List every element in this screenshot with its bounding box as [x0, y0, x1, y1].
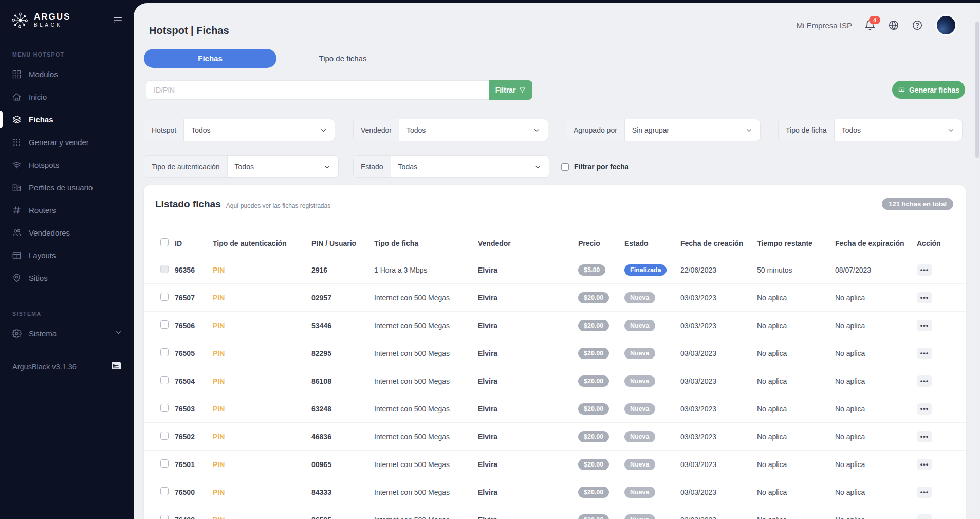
sidebar-item-label: Perfiles de usuario: [29, 183, 93, 192]
auth-type: PIN: [213, 349, 311, 357]
row-actions-button[interactable]: •••: [917, 459, 932, 470]
sidebar-item-routers[interactable]: Routers: [0, 199, 134, 221]
status-badge: Nueva: [624, 514, 655, 519]
row-checkbox[interactable]: [160, 348, 169, 356]
fecha-expiracion: 08/07/2023: [835, 266, 917, 274]
tab-fichas[interactable]: Fichas: [144, 49, 276, 68]
auth-type: PIN: [213, 266, 311, 274]
price-badge: $20.00: [578, 320, 609, 331]
main-panel: Hotspot | Fichas Mi Empresa ISP 4 Fichas…: [134, 3, 980, 519]
row-checkbox[interactable]: [160, 432, 169, 440]
filter-tipo-de-ficha[interactable]: Tipo de fichaTodos: [778, 119, 963, 141]
grid-dots-icon: [11, 137, 22, 147]
row-actions-button[interactable]: •••: [917, 487, 932, 498]
filter-hotspot[interactable]: HotspotTodos: [144, 119, 335, 141]
column-header-tiempo-restante: Tiempo restante: [757, 239, 835, 247]
vendedor: Elvira: [478, 516, 578, 519]
tiempo-restante: No aplica: [757, 516, 835, 519]
row-checkbox[interactable]: [160, 487, 169, 495]
header-right: Mi Empresa ISP 4: [797, 14, 957, 36]
row-actions-button[interactable]: •••: [917, 348, 932, 359]
filter-label: Agrupado por: [566, 119, 625, 141]
scrollbar-thumb[interactable]: [975, 22, 979, 158]
filter-button[interactable]: Filtrar: [489, 80, 532, 100]
argusblack-logo[interactable]: ARGUS BLACK: [10, 10, 70, 30]
date-filter-checkbox[interactable]: [561, 163, 569, 171]
map-pin-icon: [11, 273, 22, 283]
price-badge: $20.00: [578, 403, 609, 415]
row-checkbox[interactable]: [160, 459, 169, 468]
modules-icon: [11, 69, 22, 79]
sidebar-item-vendedores[interactable]: Vendedores: [0, 221, 134, 244]
auth-type: PIN: [213, 516, 311, 519]
sidebar-item-label: Routers: [29, 206, 56, 214]
row-actions-button[interactable]: •••: [917, 264, 932, 276]
pin-usuario: 26525: [311, 516, 374, 519]
list-subtitle: Aquí puedes ver las fichas registradas: [226, 202, 330, 209]
filter-selected-value: Todos: [835, 119, 947, 141]
row-actions-button[interactable]: •••: [917, 320, 932, 331]
tipo-de-ficha: Internet con 500 Megas: [374, 433, 478, 441]
vendedor: Elvira: [478, 321, 578, 330]
notifications-bell-icon[interactable]: 4: [864, 20, 876, 31]
generate-fichas-button[interactable]: Generar fichas: [892, 81, 965, 99]
filter-label: Vendedor: [354, 119, 399, 141]
menu-toggle-icon[interactable]: [112, 13, 123, 27]
row-actions-button[interactable]: •••: [917, 431, 932, 442]
search-input[interactable]: [146, 80, 489, 100]
sidebar-item-fichas[interactable]: Fichas: [0, 108, 134, 131]
tiempo-restante: No aplica: [757, 377, 835, 385]
pin-usuario: 86108: [311, 377, 374, 385]
chevron-down-icon: [745, 119, 753, 141]
card-header: Listado fichas Aquí puedes ver las ficha…: [144, 185, 966, 223]
sidebar-item-perfiles-de-usuario[interactable]: Perfiles de usuario: [0, 176, 134, 199]
fecha-expiracion: No aplica: [835, 488, 917, 496]
filter-vendedor[interactable]: VendedorTodos: [353, 119, 548, 141]
help-icon[interactable]: [912, 20, 923, 31]
filter-estado[interactable]: EstadoTodas: [353, 155, 549, 178]
auth-type: PIN: [213, 488, 311, 496]
sidebar-item-label: Layouts: [29, 251, 56, 260]
select-all-checkbox[interactable]: [160, 238, 169, 246]
row-checkbox[interactable]: [160, 515, 169, 519]
column-header-estado: Estado: [624, 239, 680, 247]
language-keyboard-icon[interactable]: [111, 362, 121, 371]
row-actions-button[interactable]: •••: [917, 514, 932, 519]
vendedor: Elvira: [478, 266, 578, 274]
pin-usuario: 46836: [311, 433, 374, 441]
user-avatar[interactable]: [935, 14, 957, 36]
globe-icon[interactable]: [888, 20, 899, 31]
row-checkbox[interactable]: [160, 404, 169, 412]
price-badge: $20.00: [578, 375, 609, 387]
sidebar-item-hotspots[interactable]: Hotspots: [0, 153, 134, 176]
sidebar-item-generar-y-vender[interactable]: Generar y vender: [0, 131, 134, 153]
date-filter[interactable]: Filtrar por fecha: [561, 155, 629, 178]
table-row: 76500PIN84333Internet con 500 MegasElvir…: [144, 478, 966, 506]
row-actions-button[interactable]: •••: [917, 403, 932, 415]
status-badge: Nueva: [624, 487, 655, 498]
table-row: 76501PIN00965Internet con 500 MegasElvir…: [144, 451, 966, 478]
filter-tipo-de-autenticaci-n[interactable]: Tipo de autenticaciónTodos: [144, 155, 339, 178]
brand-black: BLACK: [34, 23, 70, 28]
tab-tipo-de-fichas[interactable]: Tipo de fichas: [276, 49, 409, 68]
menu-section-label: MENU HOTSPOT: [0, 51, 134, 58]
pin-usuario: 84333: [311, 488, 374, 496]
filter-agrupado-por[interactable]: Agrupado porSin agrupar: [566, 119, 761, 141]
row-checkbox[interactable]: [160, 320, 169, 329]
price-badge: $20.00: [578, 459, 609, 470]
price-badge: $20.00: [578, 487, 609, 498]
sidebar-item-label: Hotspots: [29, 160, 59, 169]
row-actions-button[interactable]: •••: [917, 292, 932, 303]
sidebar-item-inicio[interactable]: Inicio: [0, 85, 134, 108]
row-checkbox[interactable]: [160, 265, 169, 273]
sidebar-item-modulos[interactable]: Modulos: [0, 63, 134, 85]
row-checkbox[interactable]: [160, 293, 169, 301]
ficha-id: 76507: [175, 294, 213, 302]
sidebar-item-sitios[interactable]: Sitios: [0, 266, 134, 289]
row-actions-button[interactable]: •••: [917, 375, 932, 387]
row-checkbox[interactable]: [160, 376, 169, 384]
sidebar-item-layouts[interactable]: Layouts: [0, 244, 134, 266]
sidebar-item-sistema[interactable]: Sistema: [0, 322, 134, 345]
vertical-scrollbar[interactable]: [975, 3, 980, 519]
tiempo-restante: No aplica: [757, 405, 835, 413]
